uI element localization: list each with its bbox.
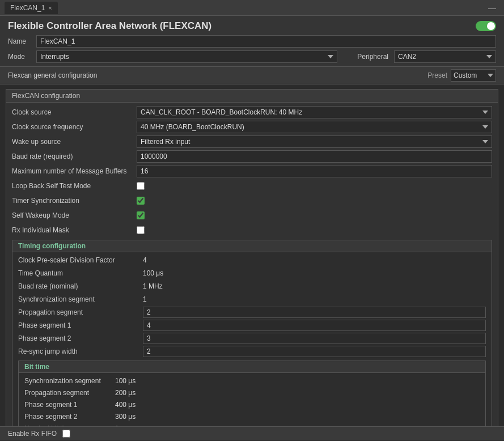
sync-seg-label: Synchronization segment	[18, 295, 143, 303]
loopback-checkbox[interactable]	[137, 182, 145, 190]
enable-rx-fifo-checkbox[interactable]	[62, 430, 70, 438]
max-msg-buffers-input[interactable]	[137, 165, 492, 177]
tab-area: FlexCAN_1 ×	[5, 2, 58, 14]
clock-freq-select[interactable]: 40 MHz (BOARD_BootClockRUN)	[137, 121, 492, 133]
rx-individual-mask-label: Rx Individual Mask	[12, 226, 137, 234]
preset-label: Preset	[427, 71, 447, 79]
bottom-bar: Enable Rx FIFO	[0, 426, 504, 440]
prop-seg-row: Propagation segment	[18, 307, 486, 318]
resync-input[interactable]	[143, 346, 486, 357]
baud-rate-input[interactable]	[137, 150, 492, 163]
baud-nominal-label: Buad rate (nominal)	[18, 282, 143, 290]
bit-time-title: Bit time	[19, 361, 485, 373]
baud-nominal-value: 1 MHz	[143, 282, 163, 290]
timing-config-panel: Timing configuration Clock Pre-scaler Di…	[12, 240, 492, 426]
minimize-button[interactable]: —	[485, 2, 499, 14]
baud-rate-label: Baud rate (required)	[12, 152, 137, 160]
tab-close-icon[interactable]: ×	[48, 5, 52, 11]
bt-phase2-row: Phase segment 2 300 μs	[24, 411, 480, 422]
mode-row: Mode Interrupts Polling Peripheral CAN1 …	[8, 50, 496, 63]
enable-rx-fifo-label: Enable Rx FIFO	[8, 430, 57, 438]
phase-seg1-row: Phase segment 1	[18, 320, 486, 331]
name-input[interactable]	[36, 35, 496, 48]
clock-freq-label: Clock source frequency	[12, 123, 137, 131]
bt-phase1-row: Phase segment 1 400 μs	[24, 399, 480, 410]
phase-seg2-row: Phase segment 2	[18, 333, 486, 344]
bt-prop-row: Propagation segment 200 μs	[24, 387, 480, 398]
enable-toggle[interactable]	[476, 21, 496, 31]
window-controls: —	[485, 3, 499, 12]
self-wakeup-checkbox[interactable]	[137, 211, 145, 219]
time-quantum-value: 100 μs	[143, 269, 163, 277]
baud-rate-row: Baud rate (required)	[12, 150, 492, 163]
self-wakeup-label: Self Wakeup Mode	[12, 211, 137, 219]
prescaler-value: 4	[143, 256, 147, 264]
bt-prop-label: Propagation segment	[24, 389, 115, 397]
bt-sync-row: Synchronization segment 100 μs	[24, 375, 480, 386]
time-quantum-row: Time Quantum 100 μs	[18, 268, 486, 279]
loopback-row: Loop Back Self Test Mode	[12, 180, 492, 192]
timer-sync-checkbox[interactable]	[137, 197, 145, 205]
phase-seg2-label: Phase segment 2	[18, 334, 143, 342]
bt-sync-label: Synchronization segment	[24, 377, 115, 385]
self-wakeup-row: Self Wakeup Mode	[12, 209, 492, 222]
mode-select[interactable]: Interrupts Polling	[36, 50, 337, 63]
wakeup-source-select[interactable]: Filtered Rx input Unfiltered Rx input	[137, 135, 492, 148]
flexcan-config-body: Clock source CAN_CLK_ROOT - BOARD_BootCl…	[6, 103, 498, 426]
bt-nominal-label: Nominal bit time	[24, 425, 115, 427]
clock-source-select[interactable]: CAN_CLK_ROOT - BOARD_BootClockRUN: 40 MH…	[137, 106, 492, 118]
bt-sync-value: 100 μs	[115, 377, 135, 385]
bit-time-body: Synchronization segment 100 μs Propagati…	[19, 373, 485, 426]
bt-phase1-value: 400 μs	[115, 401, 135, 409]
bt-phase1-label: Phase segment 1	[24, 401, 115, 409]
flexcan-config-panel: FlexCAN configuration Clock source CAN_C…	[6, 89, 498, 426]
general-config-title: Flexcan general configuration	[8, 71, 97, 79]
title-bar: FlexCAN_1 × —	[0, 0, 504, 16]
prescaler-label: Clock Pre-scaler Division Factor	[18, 256, 143, 264]
name-label: Name	[8, 37, 31, 45]
preset-area: Preset Custom Default	[427, 69, 496, 82]
prop-seg-input[interactable]	[143, 307, 486, 318]
wakeup-source-row: Wake up source Filtered Rx input Unfilte…	[12, 135, 492, 148]
timing-config-body: Clock Pre-scaler Division Factor 4 Time …	[12, 252, 492, 426]
mode-label: Mode	[8, 53, 31, 61]
bit-time-panel: Bit time Synchronization segment 100 μs …	[18, 361, 486, 426]
clock-source-row: Clock source CAN_CLK_ROOT - BOARD_BootCl…	[12, 106, 492, 118]
tab-label: FlexCAN_1	[10, 4, 45, 12]
flexcan-config-title: FlexCAN configuration	[6, 90, 498, 103]
preset-select[interactable]: Custom Default	[451, 69, 496, 82]
timer-sync-label: Timer Synchronization	[12, 197, 137, 205]
header-title-row: Flexible Controller Area Network (FLEXCA…	[8, 20, 496, 32]
baud-nominal-row: Buad rate (nominal) 1 MHz	[18, 281, 486, 292]
rx-individual-mask-row: Rx Individual Mask	[12, 224, 492, 236]
timing-config-title: Timing configuration	[12, 240, 492, 252]
phase-seg2-input[interactable]	[143, 333, 486, 344]
name-row: Name	[8, 35, 496, 48]
wakeup-source-label: Wake up source	[12, 138, 137, 146]
peripheral-select[interactable]: CAN1 CAN2 CAN3	[394, 50, 496, 63]
bt-prop-value: 200 μs	[115, 389, 135, 397]
time-quantum-label: Time Quantum	[18, 269, 143, 277]
prop-seg-label: Propagation segment	[18, 308, 143, 316]
phase-seg1-input[interactable]	[143, 320, 486, 331]
max-msg-buffers-row: Maximum number of Message Buffers	[12, 165, 492, 177]
general-config-bar: Flexcan general configuration Preset Cus…	[0, 66, 504, 84]
resync-row: Re-sync jump width	[18, 346, 486, 357]
clock-freq-row: Clock source frequency 40 MHz (BOARD_Boo…	[12, 121, 492, 133]
header: Flexible Controller Area Network (FLEXCA…	[0, 16, 504, 66]
page-title: Flexible Controller Area Network (FLEXCA…	[8, 20, 211, 32]
clock-source-label: Clock source	[12, 108, 137, 116]
loopback-label: Loop Back Self Test Mode	[12, 182, 137, 190]
peripheral-label: Peripheral	[349, 53, 388, 61]
rx-individual-mask-checkbox[interactable]	[137, 226, 145, 234]
sync-seg-value: 1	[143, 295, 147, 303]
flexcan-tab[interactable]: FlexCAN_1 ×	[5, 2, 58, 14]
max-msg-buffers-label: Maximum number of Message Buffers	[12, 167, 137, 175]
phase-seg1-label: Phase segment 1	[18, 321, 143, 329]
bt-nominal-value: 1 ms	[115, 425, 130, 427]
resync-label: Re-sync jump width	[18, 347, 143, 355]
timer-sync-row: Timer Synchronization	[12, 194, 492, 207]
bt-phase2-value: 300 μs	[115, 413, 135, 421]
sync-seg-row: Synchronization segment 1	[18, 294, 486, 305]
bt-phase2-label: Phase segment 2	[24, 413, 115, 421]
